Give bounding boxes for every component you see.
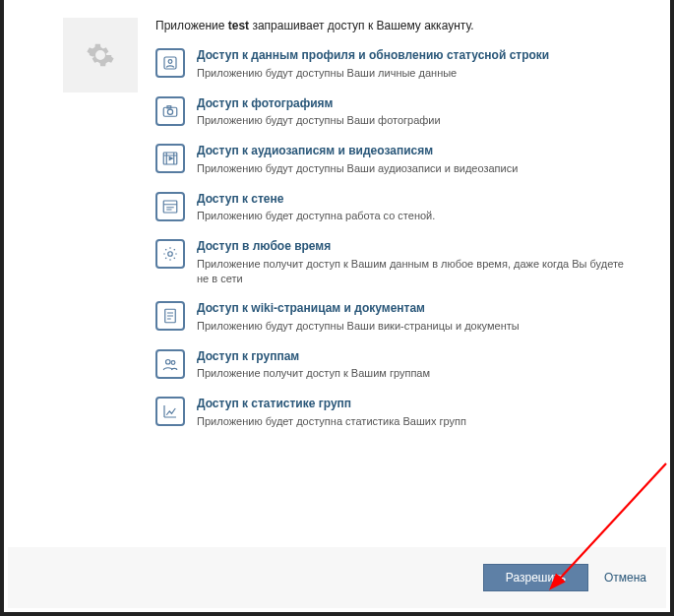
permission-text: Доступ к группамПриложение получит досту… [197, 349, 631, 381]
permission-description: Приложению будет доступна статистика Ваш… [197, 414, 631, 429]
permission-description: Приложению будут доступны Ваши фотографи… [197, 113, 631, 128]
permission-item: Доступ к аудиозаписям и видеозаписямПрил… [155, 144, 631, 175]
intro-suffix: запрашивает доступ к Вашему аккаунту. [249, 19, 474, 32]
dialog-right-column: Приложение test запрашивает доступ к Ваш… [155, 18, 641, 445]
gear-icon [86, 40, 115, 70]
cancel-button[interactable]: Отмена [604, 571, 646, 585]
svg-rect-6 [163, 201, 177, 213]
permission-title: Доступ к фотографиям [197, 96, 631, 112]
permission-item: Доступ к wiki-страницам и документамПрил… [155, 301, 631, 333]
permission-text: Доступ к фотографиямПриложению будут дос… [197, 96, 631, 128]
svg-point-10 [171, 360, 175, 364]
app-name: test [228, 19, 249, 32]
permission-title: Доступ к группам [197, 349, 631, 365]
svg-point-7 [168, 252, 173, 257]
permission-description: Приложение получит доступ к Вашим данным… [197, 257, 631, 286]
permission-description: Приложению будет доступна работа со стен… [197, 209, 631, 223]
permission-item: Доступ к статистике группПриложению буде… [155, 397, 631, 428]
allow-button[interactable]: Разрешить [483, 564, 588, 591]
permission-description: Приложение получит доступ к Вашим группа… [197, 366, 631, 381]
permission-item: Доступ к группамПриложение получит досту… [155, 349, 631, 381]
permission-title: Доступ к стене [197, 192, 631, 208]
groups-icon [155, 349, 185, 379]
permission-item: Доступ к данным профиля и обновлению ста… [155, 48, 631, 80]
permission-title: Доступ к аудиозаписям и видеозаписям [197, 144, 631, 159]
wall-icon [155, 192, 185, 221]
permission-item: Доступ к фотографиямПриложению будут дос… [155, 96, 631, 128]
dialog-footer: Разрешить Отмена [8, 547, 666, 608]
camera-icon [155, 96, 185, 126]
app-avatar-placeholder [63, 18, 138, 92]
permission-text: Доступ в любое времяПриложение получит д… [197, 239, 631, 285]
media-icon [155, 144, 185, 173]
dialog-content: Приложение test запрашивает доступ к Ваш… [4, 0, 670, 445]
permission-description: Приложению будут доступны Ваши личные да… [197, 66, 631, 81]
intro-text: Приложение test запрашивает доступ к Ваш… [155, 18, 631, 34]
permission-title: Доступ к wiki-страницам и документам [197, 301, 631, 317]
permission-text: Доступ к аудиозаписям и видеозаписямПрил… [197, 144, 631, 175]
permission-text: Доступ к данным профиля и обновлению ста… [197, 48, 631, 80]
svg-point-1 [168, 60, 172, 64]
permission-title: Доступ к статистике групп [197, 397, 631, 412]
permission-description: Приложению будут доступны Ваши аудиозапи… [197, 161, 631, 176]
permission-item: Доступ к стенеПриложению будет доступна … [155, 192, 631, 223]
permission-text: Доступ к стенеПриложению будет доступна … [197, 192, 631, 223]
permission-title: Доступ в любое время [197, 239, 631, 255]
dialog-frame: Приложение test запрашивает доступ к Ваш… [0, 0, 674, 616]
permission-text: Доступ к статистике группПриложению буде… [197, 397, 631, 428]
permission-title: Доступ к данным профиля и обновлению ста… [197, 48, 631, 64]
svg-point-3 [167, 109, 172, 114]
profile-icon [155, 48, 185, 78]
permission-item: Доступ в любое времяПриложение получит д… [155, 239, 631, 285]
permissions-list: Доступ к данным профиля и обновлению ста… [155, 48, 631, 428]
permission-description: Приложению будут доступны Ваши вики-стра… [197, 319, 631, 334]
permission-text: Доступ к wiki-страницам и документамПрил… [197, 301, 631, 333]
intro-prefix: Приложение [155, 19, 228, 32]
docs-icon [155, 301, 185, 331]
stats-icon [155, 397, 185, 426]
offline-icon [155, 239, 185, 269]
svg-point-9 [166, 359, 171, 364]
